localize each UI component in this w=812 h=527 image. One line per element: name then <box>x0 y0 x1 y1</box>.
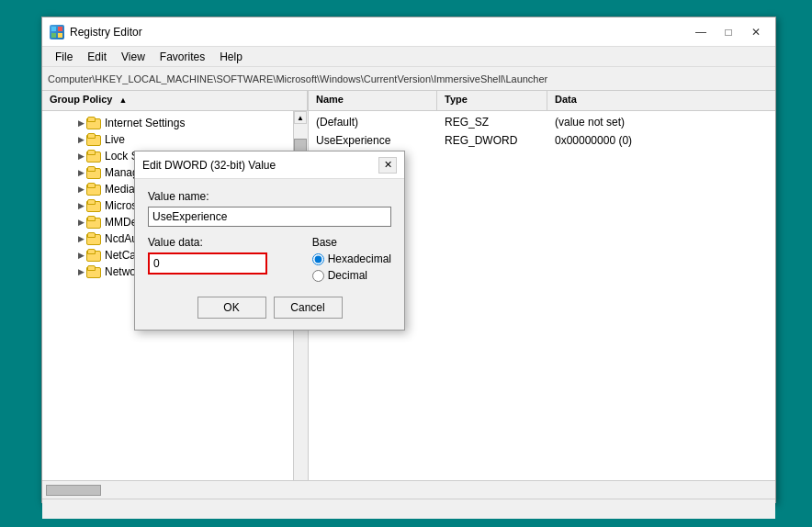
tree-item-label: Internet Settings <box>105 117 185 129</box>
decimal-radio[interactable] <box>312 270 324 282</box>
address-bar: Computer\HKEY_LOCAL_MACHINE\SOFTWARE\Mic… <box>42 67 775 91</box>
folder-icon <box>86 183 101 196</box>
expand-arrow-icon: ▶ <box>75 185 86 194</box>
svg-rect-1 <box>58 27 62 31</box>
dialog-close-button[interactable]: ✕ <box>378 157 397 174</box>
tree-item-label: Live <box>105 133 125 146</box>
folder-icon <box>86 199 101 212</box>
h-scrollbar-thumb[interactable] <box>46 485 101 496</box>
tree-item-internet-settings[interactable]: ▶ Internet Settings <box>42 115 308 131</box>
folder-icon <box>86 166 101 179</box>
expand-arrow-icon: ▶ <box>75 251 86 260</box>
registry-editor-window: Registry Editor — □ ✕ File Edit View Fav… <box>41 17 776 503</box>
svg-rect-3 <box>58 33 62 38</box>
folder-icon <box>86 150 101 163</box>
dialog-body: Value name: Value data: Base Hexadecimal <box>135 179 404 330</box>
expand-arrow-icon: ▶ <box>75 234 86 243</box>
folder-icon <box>86 133 101 146</box>
tree-header: Group Policy ▲ <box>42 91 308 111</box>
status-bar <box>42 499 775 519</box>
dialog-buttons: OK Cancel <box>148 297 391 319</box>
dialog-title-bar: Edit DWORD (32-bit) Value ✕ <box>135 151 404 179</box>
menu-bar: File Edit View Favorites Help <box>42 47 775 67</box>
folder-icon <box>86 249 101 262</box>
hexadecimal-label: Hexadecimal <box>328 252 391 265</box>
cell-name: (Default) <box>309 116 437 129</box>
tree-column-name: Group Policy <box>50 94 112 105</box>
menu-file[interactable]: File <box>48 49 80 65</box>
cell-data: (value not set) <box>547 116 632 129</box>
scroll-up-icon[interactable]: ▲ <box>294 111 307 124</box>
expand-arrow-icon: ▶ <box>75 201 86 210</box>
expand-arrow-icon: ▶ <box>75 218 86 227</box>
address-path: Computer\HKEY_LOCAL_MACHINE\SOFTWARE\Mic… <box>48 73 547 84</box>
decimal-label: Decimal <box>328 269 367 282</box>
data-rows: (Default) REG_SZ (value not set) UseExpe… <box>309 111 775 151</box>
value-name-input[interactable] <box>148 207 391 227</box>
svg-rect-0 <box>51 27 56 31</box>
menu-help[interactable]: Help <box>212 49 250 65</box>
folder-icon <box>86 265 101 278</box>
horizontal-scrollbar[interactable] <box>42 480 775 499</box>
cell-data: 0x00000000 (0) <box>547 134 639 147</box>
col-name-header: Name <box>309 91 437 110</box>
svg-rect-2 <box>51 33 56 38</box>
hexadecimal-radio[interactable] <box>312 253 324 265</box>
cancel-button[interactable]: Cancel <box>274 297 343 319</box>
radio-group: Hexadecimal Decimal <box>312 252 391 282</box>
ok-button[interactable]: OK <box>197 297 266 319</box>
expand-arrow-icon: ▶ <box>75 267 86 276</box>
tree-item-live[interactable]: ▶ Live <box>42 131 308 148</box>
decimal-option[interactable]: Decimal <box>312 269 391 282</box>
base-label: Base <box>312 236 391 249</box>
value-name-label: Value name: <box>148 190 391 203</box>
cell-name: UseExperience <box>309 134 437 147</box>
close-button[interactable]: ✕ <box>744 23 768 41</box>
menu-favorites[interactable]: Favorites <box>152 49 212 65</box>
title-bar: Registry Editor — □ ✕ <box>42 17 775 47</box>
menu-view[interactable]: View <box>114 49 152 65</box>
folder-icon <box>86 216 101 229</box>
menu-edit[interactable]: Edit <box>80 49 114 65</box>
value-data-label: Value data: <box>148 236 301 249</box>
expand-arrow-icon: ▶ <box>75 135 86 144</box>
value-data-input[interactable] <box>148 252 267 275</box>
data-header: Name Type Data <box>309 91 775 111</box>
folder-icon <box>86 232 101 245</box>
cell-type: REG_DWORD <box>437 134 547 147</box>
cell-type: REG_SZ <box>437 116 547 129</box>
maximize-button[interactable]: □ <box>716 23 740 41</box>
sort-arrow-icon: ▲ <box>119 95 128 105</box>
minimize-button[interactable]: — <box>689 23 713 41</box>
window-title: Registry Editor <box>70 26 142 39</box>
data-row-use-experience[interactable]: UseExperience REG_DWORD 0x00000000 (0) <box>309 131 775 150</box>
expand-arrow-icon: ▶ <box>75 118 86 128</box>
hexadecimal-option[interactable]: Hexadecimal <box>312 252 391 265</box>
data-row-default[interactable]: (Default) REG_SZ (value not set) <box>309 113 775 131</box>
col-type-header: Type <box>437 91 547 110</box>
dialog-title: Edit DWORD (32-bit) Value <box>142 159 276 172</box>
edit-dword-dialog: Edit DWORD (32-bit) Value ✕ Value name: … <box>134 151 405 331</box>
folder-icon <box>86 117 101 129</box>
app-icon <box>50 25 64 39</box>
expand-arrow-icon: ▶ <box>75 151 86 161</box>
base-section: Base Hexadecimal Decimal <box>312 236 391 282</box>
col-data-header: Data <box>547 91 584 110</box>
expand-arrow-icon: ▶ <box>75 168 86 177</box>
